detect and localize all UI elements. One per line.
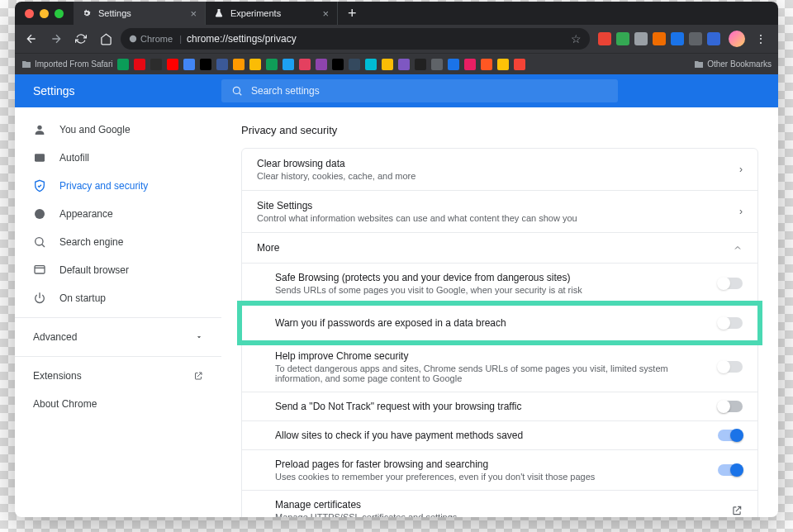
bookmark-item[interactable] <box>233 59 245 70</box>
site-info-button[interactable]: Chrome <box>129 34 182 44</box>
bookmark-item[interactable] <box>431 59 443 70</box>
window-controls <box>15 9 74 18</box>
row-clear-browsing-data[interactable]: Clear browsing data Clear history, cooki… <box>242 149 757 191</box>
toggle-improve-security[interactable] <box>718 361 743 373</box>
chevron-right-icon: › <box>739 206 743 217</box>
toggle-preload-pages[interactable] <box>718 464 743 476</box>
subrow-do-not-track[interactable]: Send a "Do Not Track" request with your … <box>242 392 757 421</box>
browser-window: Settings × Experiments × + Chro <box>15 2 778 517</box>
search-settings-box[interactable] <box>221 79 618 102</box>
subrow-manage-certificates[interactable]: Manage certificates Manage HTTPS/SSL cer… <box>242 491 757 517</box>
extension-icon[interactable] <box>707 32 720 45</box>
autofill-icon <box>33 151 46 164</box>
bookmark-folder-imported[interactable]: Imported From Safari <box>21 59 112 69</box>
sidebar-advanced-toggle[interactable]: Advanced <box>15 323 221 351</box>
svg-point-2 <box>37 126 41 130</box>
tab-experiments[interactable]: Experiments × <box>206 2 338 25</box>
extension-icon[interactable] <box>671 32 684 45</box>
bookmark-item[interactable] <box>514 59 525 70</box>
extension-icon[interactable] <box>634 32 648 45</box>
page-title: Settings <box>33 84 221 97</box>
extension-icon[interactable] <box>598 32 611 45</box>
row-site-settings[interactable]: Site Settings Control what information w… <box>242 191 757 233</box>
bookmark-item[interactable] <box>117 59 129 70</box>
bookmark-item[interactable] <box>150 59 162 70</box>
svg-point-5 <box>36 238 43 245</box>
search-settings-input[interactable] <box>251 85 608 97</box>
tab-label: Experiments <box>230 8 281 18</box>
sidebar-extensions-link[interactable]: Extensions <box>15 362 221 390</box>
sidebar-item-on-startup[interactable]: On startup <box>15 284 221 312</box>
subrow-password-breach-warning[interactable]: Warn you if passwords are exposed in a d… <box>242 306 757 340</box>
bookmark-item[interactable] <box>283 59 294 70</box>
close-window-button[interactable] <box>25 9 34 18</box>
back-button[interactable] <box>21 29 41 49</box>
reload-button[interactable] <box>71 29 91 49</box>
address-bar[interactable]: Chrome ☆ <box>121 28 590 50</box>
toggle-do-not-track[interactable] <box>718 401 743 412</box>
bookmark-item[interactable] <box>200 59 211 70</box>
sidebar-item-autofill[interactable]: Autofill <box>15 144 221 172</box>
svg-rect-6 <box>35 266 45 273</box>
toggle-password-breach[interactable] <box>718 317 743 329</box>
bookmark-folder-other[interactable]: Other Bookmarks <box>694 59 772 69</box>
bookmark-item[interactable] <box>382 59 393 70</box>
extension-icon[interactable] <box>653 32 666 45</box>
sidebar-item-privacy-and-security[interactable]: Privacy and security <box>15 172 221 200</box>
sidebar-item-search-engine[interactable]: Search engine <box>15 228 221 256</box>
sidebar-about-chrome-link[interactable]: About Chrome <box>15 390 221 418</box>
subrow-payment-methods-check[interactable]: Allow sites to check if you have payment… <box>242 421 757 450</box>
extension-icons <box>595 32 724 45</box>
sidebar-item-appearance[interactable]: Appearance <box>15 200 221 228</box>
bookmark-item[interactable] <box>365 59 377 70</box>
bookmark-item[interactable] <box>448 59 459 70</box>
subrow-safe-browsing[interactable]: Safe Browsing (protects you and your dev… <box>242 264 757 304</box>
title-bar: Settings × Experiments × + <box>15 2 778 25</box>
bookmark-item[interactable] <box>249 59 261 70</box>
sidebar-item-default-browser[interactable]: Default browser <box>15 256 221 284</box>
toggle-safe-browsing[interactable] <box>718 278 743 289</box>
shield-icon <box>33 179 46 192</box>
section-title: Privacy and security <box>241 124 758 136</box>
browser-icon <box>33 264 46 277</box>
bookmark-item[interactable] <box>398 59 410 70</box>
close-tab-icon[interactable]: × <box>322 7 329 20</box>
subrow-help-improve-security[interactable]: Help improve Chrome security To detect d… <box>242 342 757 392</box>
sidebar-item-you-and-google[interactable]: You and Google <box>15 116 221 144</box>
bookmark-item[interactable] <box>332 59 344 70</box>
toolbar: Chrome ☆ ⋮ <box>15 25 778 53</box>
bookmark-item[interactable] <box>464 59 476 70</box>
minimize-window-button[interactable] <box>40 9 49 18</box>
bookmark-item[interactable] <box>266 59 278 70</box>
open-in-new-icon <box>731 505 743 516</box>
close-tab-icon[interactable]: × <box>190 7 197 20</box>
toggle-payment-methods[interactable] <box>718 430 743 441</box>
tabs-row: Settings × Experiments × + <box>74 2 778 25</box>
maximize-window-button[interactable] <box>55 9 64 18</box>
extension-icon[interactable] <box>616 32 629 45</box>
tab-settings[interactable]: Settings × <box>74 2 206 25</box>
bookmark-item[interactable] <box>316 59 327 70</box>
bookmark-item[interactable] <box>299 59 311 70</box>
bookmark-item[interactable] <box>349 59 360 70</box>
bookmark-item[interactable] <box>167 59 178 70</box>
new-tab-button[interactable]: + <box>338 2 367 25</box>
power-icon <box>33 292 46 305</box>
bookmark-item[interactable] <box>481 59 492 70</box>
bookmark-item[interactable] <box>216 59 228 70</box>
subrow-preload-pages[interactable]: Preload pages for faster browsing and se… <box>242 450 757 491</box>
bookmark-item[interactable] <box>415 59 426 70</box>
row-more-expander[interactable]: More <box>242 233 757 264</box>
profile-avatar[interactable] <box>729 31 745 47</box>
flask-icon <box>214 8 224 18</box>
forward-button[interactable] <box>46 29 66 49</box>
url-input[interactable] <box>187 33 566 45</box>
bookmark-item[interactable] <box>134 59 145 70</box>
extension-icon[interactable] <box>689 32 702 45</box>
bookmark-item[interactable] <box>497 59 509 70</box>
bookmark-star-icon[interactable]: ☆ <box>571 32 582 45</box>
home-button[interactable] <box>96 29 116 49</box>
kebab-menu-icon[interactable]: ⋮ <box>750 32 772 45</box>
bookmark-item[interactable] <box>183 59 195 70</box>
svg-point-1 <box>233 87 240 93</box>
